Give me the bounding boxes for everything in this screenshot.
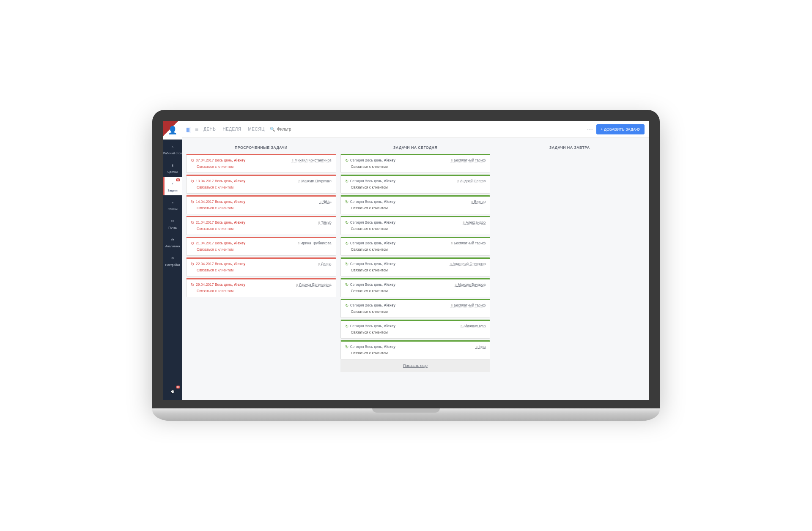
task-card[interactable]: ↻Сегодня Весь день, AlexeyАнатолий Степа… (340, 257, 491, 276)
task-card[interactable]: ↻Сегодня Весь день, AlexeyInnaСвязаться … (340, 340, 491, 359)
sidebar-item-desktop[interactable]: ⌂ Рабочий стол (163, 140, 182, 158)
task-meta: 21.04.2017 Весь день, Alexey (196, 220, 245, 224)
clock-icon: ↻ (191, 262, 194, 266)
sidebar-chat[interactable]: 💬 0 (163, 384, 182, 400)
task-title: Связаться с клиентом (345, 227, 486, 231)
screen-bezel: 👤 ⌂ Рабочий стол $ Сделки ✓ Задачи 9 ≡ С… (152, 110, 660, 408)
filter-input[interactable] (277, 127, 328, 131)
task-contact-link[interactable]: Андрей Олегов (457, 179, 486, 183)
clock-icon: ↻ (345, 262, 348, 266)
task-meta: 13.04.2017 Весь день, Alexey (196, 179, 245, 183)
task-meta: Сегодня Весь день, Alexey (350, 303, 395, 307)
task-meta: 29.04.2017 Весь день, Alexey (196, 282, 245, 287)
sidebar-item-deals[interactable]: $ Сделки (163, 158, 182, 177)
task-title: Связаться с клиентом (345, 330, 486, 334)
column-today: ЗАДАЧИ НА СЕГОДНЯ↻Сегодня Весь день, Ale… (340, 142, 491, 396)
clock-icon: ↻ (191, 282, 194, 287)
task-title: Связаться с клиентом (191, 164, 332, 169)
chat-icon: 💬 (169, 388, 176, 396)
main: ▥ ≡ ДЕНЬ НЕДЕЛЯ МЕСЯЦ 🔍 ⋯ + ДОБАВИТЬ ЗАД… (182, 121, 649, 400)
task-card[interactable]: ↻13.04.2017 Весь день, AlexeyМаксим Педч… (186, 175, 336, 194)
task-card[interactable]: ↻Сегодня Весь день, AlexeyМаксим Бочаров… (340, 278, 491, 297)
task-card[interactable]: ↻21.04.2017 Весь день, AlexeyИрина Трубн… (186, 237, 336, 256)
task-contact-link[interactable]: Виктор (471, 200, 486, 204)
task-title: Связаться с клиентом (345, 164, 486, 169)
task-card[interactable]: ↻Сегодня Весь день, AlexeyБесплатный тар… (340, 299, 491, 318)
sidebar-item-label: Задачи (167, 189, 178, 192)
sidebar-item-tasks[interactable]: ✓ Задачи 9 (163, 177, 182, 195)
view-week[interactable]: НЕДЕЛЯ (221, 127, 243, 131)
task-contact-link[interactable]: Nikita (320, 200, 332, 204)
task-contact-link[interactable]: Максим Бочаров (455, 282, 486, 287)
task-contact-link[interactable]: Тимур (318, 220, 331, 224)
task-meta: Сегодня Весь день, Alexey (350, 220, 395, 224)
clock-icon: ↻ (191, 158, 194, 163)
task-meta: Сегодня Весь день, Alexey (350, 241, 395, 245)
task-contact-link[interactable]: Михаил Константинов (292, 158, 332, 162)
task-title: Связаться с клиентом (345, 185, 486, 189)
task-contact-link[interactable]: Анатолий Степанов (450, 262, 486, 266)
clock-icon: ↻ (345, 158, 348, 163)
more-button[interactable]: ⋯ (587, 126, 593, 133)
task-contact-link[interactable]: Лариса Евгеньевна (296, 282, 332, 287)
list-view-icon[interactable]: ≡ (195, 126, 198, 133)
sidebar-item-mail[interactable]: ✉ Почта (163, 214, 182, 233)
column-tomorrow: ЗАДАЧИ НА ЗАВТРА (494, 142, 645, 396)
task-meta: Сегодня Весь день, Alexey (350, 179, 395, 183)
task-contact-link[interactable]: Бесплатный тариф (451, 303, 486, 307)
avatar[interactable]: 👤 (163, 121, 182, 140)
task-card[interactable]: ↻21.04.2017 Весь день, AlexeyТимурСвязат… (186, 216, 336, 235)
task-card[interactable]: ↻Сегодня Весь день, AlexeyАлександроСвяз… (340, 216, 491, 235)
task-card[interactable]: ↻07.04.2017 Весь день, AlexeyМихаил Конс… (186, 154, 336, 173)
task-title: Связаться с клиентом (345, 247, 486, 252)
sidebar-item-settings[interactable]: ⚙ Настройки (163, 251, 182, 270)
task-title: Связаться с клиентом (345, 206, 486, 210)
task-title: Связаться с клиентом (345, 268, 486, 272)
task-contact-link[interactable]: Максим Педченко (299, 179, 332, 183)
add-task-button[interactable]: + ДОБАВИТЬ ЗАДАЧУ (596, 124, 645, 134)
task-contact-link[interactable]: Бесплатный тариф (451, 241, 486, 245)
task-contact-link[interactable]: Александро (463, 220, 486, 224)
sidebar-item-label: Настройки (165, 263, 180, 266)
view-day[interactable]: ДЕНЬ (202, 127, 217, 131)
column-header: ЗАДАЧИ НА СЕГОДНЯ (340, 142, 491, 154)
task-contact-link[interactable]: Диана (318, 262, 332, 266)
view-month[interactable]: МЕСЯЦ (247, 127, 266, 131)
task-card[interactable]: ↻Сегодня Весь день, AlexeyAbramov IvanСв… (340, 320, 491, 339)
chat-badge: 0 (176, 386, 180, 389)
settings-icon: ⚙ (169, 255, 176, 262)
sidebar-item-label: Почта (168, 226, 176, 229)
task-card[interactable]: ↻Сегодня Весь день, AlexeyБесплатный тар… (340, 237, 491, 256)
task-meta: Сегодня Весь день, Alexey (350, 282, 395, 287)
show-more-button[interactable]: Показать еще (340, 359, 491, 372)
task-card[interactable]: ↻Сегодня Весь день, AlexeyАндрей ОлеговС… (340, 175, 491, 194)
lists-icon: ≡ (169, 199, 176, 206)
task-card[interactable]: ↻29.04.2017 Весь день, AlexeyЛариса Евге… (186, 278, 336, 297)
kanban-view-icon[interactable]: ▥ (186, 126, 192, 133)
mail-icon: ✉ (169, 217, 176, 225)
clock-icon: ↻ (345, 282, 348, 287)
task-card[interactable]: ↻22.04.2017 Весь день, AlexeyДианаСвязат… (186, 257, 336, 276)
clock-icon: ↻ (191, 220, 194, 225)
search-icon: 🔍 (270, 127, 275, 131)
task-contact-link[interactable]: Ирина Трубникова (298, 241, 332, 245)
task-card[interactable]: ↻Сегодня Весь день, AlexeyБесплатный тар… (340, 154, 491, 173)
task-title: Связаться с клиентом (191, 227, 332, 231)
clock-icon: ↻ (345, 303, 348, 308)
sidebar-item-lists[interactable]: ≡ Списки (163, 195, 182, 214)
clock-icon: ↻ (345, 200, 348, 204)
sidebar-item-analytics[interactable]: ◔ Аналитика (163, 233, 182, 251)
task-contact-link[interactable]: Inna (476, 345, 486, 349)
task-contact-link[interactable]: Abramov Ivan (461, 324, 486, 328)
clock-icon: ↻ (345, 241, 348, 246)
clock-icon: ↻ (191, 241, 194, 246)
task-title: Связаться с клиентом (345, 351, 486, 355)
task-contact-link[interactable]: Бесплатный тариф (451, 158, 486, 162)
task-title: Связаться с клиентом (191, 247, 332, 252)
tasks-badge: 9 (176, 178, 180, 181)
task-card[interactable]: ↻14.04.2017 Весь день, AlexeyNikitaСвяза… (186, 195, 336, 214)
task-card[interactable]: ↻Сегодня Весь день, AlexeyВикторСвязатьс… (340, 195, 491, 214)
task-meta: Сегодня Весь день, Alexey (350, 158, 395, 162)
clock-icon: ↻ (345, 345, 348, 349)
clock-icon: ↻ (345, 324, 348, 328)
